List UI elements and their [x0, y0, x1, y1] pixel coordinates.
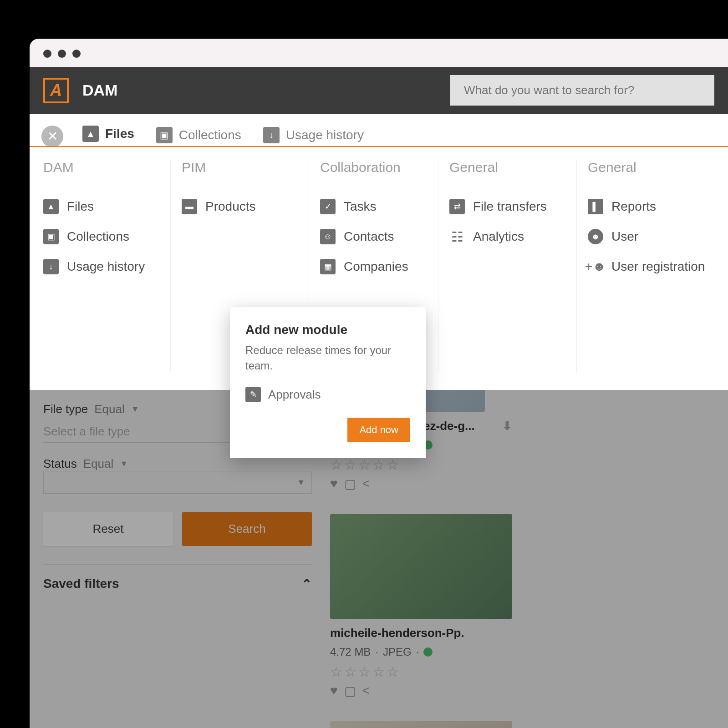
share-icon[interactable]: < — [362, 476, 370, 491]
chevron-down-icon[interactable]: ▼ — [120, 459, 128, 469]
collections-icon: ▣ — [156, 127, 173, 143]
image-icon: ▲ — [43, 199, 59, 214]
mega-item-tasks[interactable]: ✓Tasks — [320, 192, 429, 222]
user-icon: ☻ — [588, 229, 603, 244]
tab-label: Files — [105, 126, 134, 141]
mega-item-reports[interactable]: ▌Reports — [588, 192, 724, 222]
rating-stars[interactable]: ☆☆☆☆☆ — [330, 457, 512, 473]
asset-thumbnail — [330, 514, 512, 619]
mega-item-analytics[interactable]: ☷Analytics — [449, 222, 567, 252]
traffic-dot[interactable] — [58, 50, 66, 58]
topbar: A DAM — [30, 67, 728, 114]
popover-title: Add new module — [245, 323, 410, 337]
mega-col-dam: DAM ▲Files ▣Collections ↓Usage history — [43, 160, 171, 372]
history-icon: ↓ — [263, 127, 280, 143]
collections-icon: ▣ — [43, 229, 59, 244]
image-icon: ▲ — [82, 126, 99, 142]
traffic-dot[interactable] — [43, 50, 51, 58]
add-now-button[interactable]: Add now — [347, 418, 410, 442]
heart-icon[interactable]: ♥ — [330, 683, 338, 698]
asset-card[interactable]: micheile-henderson-Pp. 4.72 MB · JPEG · … — [330, 514, 512, 698]
traffic-dot[interactable] — [72, 50, 81, 58]
app-title: DAM — [82, 81, 117, 99]
store-icon: ▬ — [182, 199, 197, 214]
status-select[interactable]: ▼ — [43, 471, 312, 494]
tab-label: Collections — [179, 128, 241, 142]
asset-thumbnail — [330, 721, 512, 728]
crop-icon[interactable]: ▢ — [344, 683, 356, 698]
reset-button[interactable]: Reset — [43, 512, 173, 546]
analytics-icon: ☷ — [449, 229, 465, 244]
reports-icon: ▌ — [588, 199, 603, 214]
building-icon: ▦ — [320, 259, 336, 274]
search-button[interactable]: Search — [182, 512, 312, 546]
mega-item-companies[interactable]: ▦Companies — [320, 252, 429, 282]
filter-status: Status Equal ▼ ▼ — [43, 457, 312, 494]
chevron-down-icon: ▼ — [297, 478, 305, 487]
mega-item-file-transfers[interactable]: ⇄File transfers — [449, 192, 567, 222]
mega-item-products[interactable]: ▬Products — [182, 192, 300, 222]
add-module-popover: Add new module Reduce release times for … — [230, 307, 426, 458]
mega-col-general-2: General ▌Reports ☻User +☻User registrati… — [588, 160, 728, 372]
mega-item-usage-history[interactable]: ↓Usage history — [43, 252, 161, 282]
saved-filters-header[interactable]: Saved filters ⌃ — [43, 564, 312, 603]
popover-item-approvals[interactable]: ✎ Approvals — [245, 387, 410, 402]
download-icon[interactable]: ⬇ — [502, 419, 512, 433]
mega-item-user[interactable]: ☻User — [588, 222, 724, 252]
mega-item-user-registration[interactable]: +☻User registration — [588, 252, 724, 282]
chevron-down-icon[interactable]: ▼ — [131, 404, 139, 414]
crop-icon[interactable]: ▢ — [344, 476, 356, 491]
filter-buttons: Reset Search — [43, 512, 312, 546]
mega-col-general-1: General ⇄File transfers ☷Analytics — [449, 160, 577, 372]
share-icon[interactable]: < — [362, 683, 370, 698]
user-add-icon: +☻ — [588, 259, 603, 274]
approvals-icon: ✎ — [245, 387, 261, 402]
heart-icon[interactable]: ♥ — [330, 476, 338, 491]
search-input[interactable] — [464, 83, 701, 97]
mega-item-collections[interactable]: ▣Collections — [43, 222, 161, 252]
tab-label: Usage history — [286, 128, 364, 142]
mega-item-files[interactable]: ▲Files — [43, 192, 161, 222]
asset-card[interactable] — [330, 721, 512, 728]
mega-item-contacts[interactable]: ☺Contacts — [320, 222, 429, 252]
tasks-icon: ✓ — [320, 199, 336, 214]
window-frame: A DAM ✕ ▲ Files ▣ Collections ↓ Usage hi… — [30, 39, 728, 728]
traffic-lights — [30, 39, 728, 67]
contact-icon: ☺ — [320, 229, 336, 244]
rating-stars[interactable]: ☆☆☆☆☆ — [330, 664, 512, 680]
close-mega-button[interactable]: ✕ — [41, 126, 63, 147]
history-icon: ↓ — [43, 259, 59, 274]
status-dot — [423, 647, 433, 657]
app-logo[interactable]: A — [43, 78, 69, 103]
chevron-up-icon: ⌃ — [301, 576, 312, 592]
search-wrap — [450, 75, 714, 106]
popover-description: Reduce release times for your team. — [245, 343, 410, 373]
transfer-icon: ⇄ — [449, 199, 465, 214]
